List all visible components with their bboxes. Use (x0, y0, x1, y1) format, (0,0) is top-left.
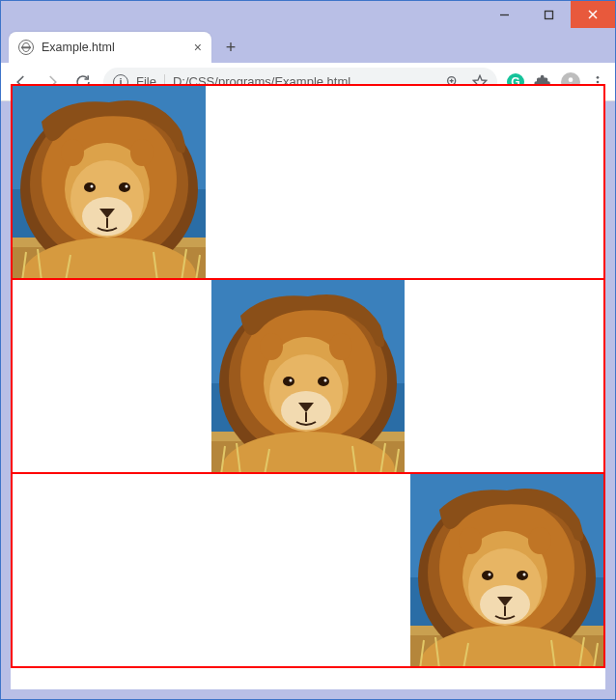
tab-title: Example.html (42, 41, 186, 54)
demo-box-right (11, 472, 605, 668)
svg-point-10 (597, 76, 600, 79)
lion-image (211, 280, 405, 472)
maximize-icon (544, 10, 554, 20)
page-viewport (11, 84, 605, 689)
window-minimize-button[interactable] (482, 1, 526, 28)
window-maximize-button[interactable] (526, 1, 571, 28)
svg-rect-1 (545, 11, 552, 18)
globe-icon (18, 40, 34, 55)
lion-image (410, 474, 603, 666)
svg-point-11 (597, 80, 600, 83)
browser-tab[interactable]: Example.html × (9, 32, 211, 63)
tabstrip: Example.html × + (1, 28, 615, 63)
demo-box-left (11, 84, 605, 280)
lion-image (13, 86, 206, 278)
browser-window: Example.html × + i File D:/CSS/programs/… (0, 0, 616, 700)
tab-close-button[interactable]: × (194, 40, 202, 55)
minimize-icon (499, 10, 510, 20)
window-close-button[interactable] (571, 1, 615, 28)
svg-point-9 (569, 77, 574, 82)
demo-box-center (11, 278, 605, 474)
window-titlebar (1, 1, 615, 28)
close-icon (587, 9, 599, 20)
new-tab-button[interactable]: + (217, 34, 244, 61)
